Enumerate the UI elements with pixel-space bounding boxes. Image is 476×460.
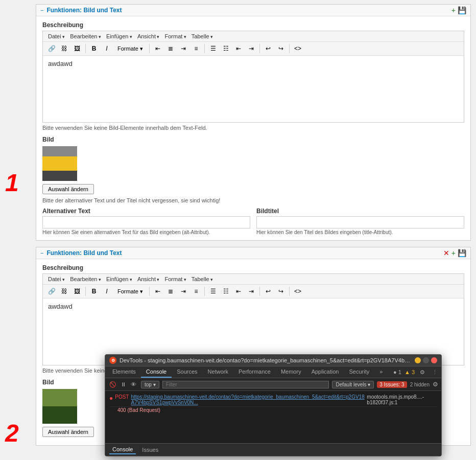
menu-datei-2[interactable]: Datei	[46, 275, 67, 283]
toolbar-ol-2[interactable]: ☷	[220, 286, 231, 296]
section-1-save-icon[interactable]: 💾	[458, 7, 466, 14]
alt-text-hint-1: Hier können Sie einen alternativen Text …	[42, 229, 250, 235]
devtools-close[interactable]	[431, 357, 437, 363]
tab-memory[interactable]: Memory	[276, 366, 306, 378]
tab-more[interactable]: »	[374, 366, 388, 378]
menu-einfuegen-1[interactable]: Einfügen	[104, 33, 134, 40]
toolbar-redo-2[interactable]: ↪	[275, 286, 287, 296]
more-btn[interactable]: ⋮	[430, 367, 439, 377]
sep-6	[85, 287, 86, 296]
toolbar-unlink-1[interactable]: ⛓	[59, 43, 70, 54]
toolbar-formate-1[interactable]: Formate ▾	[114, 43, 147, 54]
toolbar-undo-2[interactable]: ↩	[263, 286, 274, 296]
error-method: POST	[115, 394, 129, 400]
settings-btn[interactable]: ⚙	[418, 367, 427, 377]
toolbar-justify-2[interactable]: ≡	[191, 286, 202, 296]
toolbar-unlink-2[interactable]: ⛓	[59, 286, 70, 296]
toolbar-bold-2[interactable]: B	[88, 286, 100, 296]
toolbar-image-1[interactable]: 🖼	[72, 43, 83, 54]
menu-tabelle-2[interactable]: Tabelle	[189, 275, 215, 283]
section-2-save-icon[interactable]: 💾	[458, 249, 466, 257]
sep-8	[204, 287, 205, 296]
menu-tabelle-1[interactable]: Tabelle	[189, 33, 215, 40]
toolbar-redo-1[interactable]: ↪	[275, 43, 287, 54]
bild-titel-label-1: Bildtitel	[256, 208, 464, 215]
toolbar-image-2[interactable]: 🖼	[72, 286, 83, 296]
toolbar-source-1[interactable]: <>	[292, 43, 303, 54]
editor-2-toolbar: 🔗 ⛓ 🖼 B I Formate ▾ ⇤ ≣ ⇥ ≡ ☰ ☷ ⇤ ⇥	[43, 285, 464, 298]
menu-datei-1[interactable]: Datei	[46, 33, 67, 40]
toolbar-ul-1[interactable]: ☰	[207, 43, 219, 54]
tab-application[interactable]: Application	[306, 366, 344, 378]
bild-titel-input-1[interactable]	[256, 216, 464, 228]
clear-console-btn[interactable]: 🚫	[108, 380, 117, 389]
menu-ansicht-1[interactable]: Ansicht	[135, 33, 162, 40]
bild-titel-hint-1: Hier können Sie den Titel des Bildes ein…	[256, 229, 464, 235]
toolbar-align-right-2[interactable]: ⇥	[178, 286, 189, 296]
section-2-add-icon[interactable]: +	[451, 249, 456, 257]
editor-2: Datei Bearbeiten Einfügen Ansicht Format…	[42, 273, 464, 365]
toolbar-bold-1[interactable]: B	[88, 43, 100, 54]
toolbar-align-left-1[interactable]: ⇤	[152, 43, 163, 54]
beschreibung-label-1: Beschreibung	[42, 21, 464, 29]
devtools-content[interactable]: ● POST https://staging.baumaschinen-veit…	[105, 391, 441, 444]
alt-text-input-1[interactable]	[42, 216, 250, 228]
toolbar-ul-2[interactable]: ☰	[207, 286, 219, 296]
toolbar-indent-2[interactable]: ⇥	[246, 286, 257, 296]
menu-ansicht-2[interactable]: Ansicht	[135, 275, 162, 283]
bottom-tab-console[interactable]: Console	[109, 445, 136, 454]
toolbar-undo-1[interactable]: ↩	[263, 43, 274, 54]
menu-einfuegen-2[interactable]: Einfügen	[104, 275, 134, 283]
toolbar-italic-2[interactable]: I	[101, 286, 112, 296]
error-detail: 400 (Bad Request)	[117, 407, 437, 413]
error-status-part: mootools.min.js.mpo8....-b1820f37.js:1	[367, 394, 435, 405]
toolbar-link-1[interactable]: 🔗	[46, 43, 57, 54]
sep-5	[289, 44, 290, 53]
toolbar-source-2[interactable]: <>	[292, 286, 303, 296]
tab-security[interactable]: Security	[344, 366, 374, 378]
menu-format-2[interactable]: Format	[162, 275, 188, 283]
toolbar-indent-1[interactable]: ⇥	[246, 43, 257, 54]
toolbar-align-center-1[interactable]: ≣	[165, 43, 176, 54]
toolbar-align-center-2[interactable]: ≣	[165, 286, 176, 296]
console-error-line: ● POST https://staging.baumaschinen-veit…	[109, 393, 437, 407]
toolbar-outdent-1[interactable]: ⇤	[233, 43, 244, 54]
menu-format-1[interactable]: Format	[162, 33, 188, 40]
devtools-tab-icons: ● 1 ▲ 3 ⚙ ⋮	[393, 367, 439, 377]
issues-settings[interactable]: ⚙	[433, 381, 438, 388]
devtools-maximize[interactable]	[423, 357, 429, 363]
section-2-collapse-icon[interactable]: −	[40, 250, 43, 256]
sep-2	[149, 44, 150, 53]
pause-btn[interactable]: ⏸	[118, 380, 128, 389]
section-2-delete-icon[interactable]: ✕	[443, 249, 449, 257]
tab-elements[interactable]: Elements	[107, 366, 141, 378]
editor-1-content[interactable]: awdawd	[43, 56, 464, 122]
tab-sources[interactable]: Sources	[172, 366, 202, 378]
top-label[interactable]: top ▾	[141, 381, 159, 388]
toolbar-italic-1[interactable]: I	[101, 43, 112, 54]
section-1-collapse-icon[interactable]: −	[40, 7, 43, 13]
tab-performance[interactable]: Performance	[233, 366, 276, 378]
filter-input[interactable]	[162, 381, 329, 388]
menu-bearbeiten-2[interactable]: Bearbeiten	[68, 275, 103, 283]
default-levels[interactable]: Default levels ▾	[332, 381, 374, 388]
toolbar-link-2[interactable]: 🔗	[46, 286, 57, 296]
toolbar-justify-1[interactable]: ≡	[191, 43, 202, 54]
tab-console[interactable]: Console	[141, 366, 172, 378]
devtools-titlebar: ⚙ DevTools - staging.baumaschinen-veit.d…	[105, 355, 441, 366]
menu-bearbeiten-1[interactable]: Bearbeiten	[68, 33, 103, 40]
toolbar-align-left-2[interactable]: ⇤	[152, 286, 163, 296]
devtools-minimize[interactable]	[415, 357, 421, 363]
section-1-add-icon[interactable]: +	[451, 7, 456, 14]
toolbar-formate-2[interactable]: Formate ▾	[114, 286, 147, 296]
error-url[interactable]: https://staging.baumaschinen-veit.de/con…	[131, 394, 365, 405]
auswahl-btn-1[interactable]: Auswahl ändern	[42, 184, 94, 194]
toolbar-align-right-1[interactable]: ⇥	[178, 43, 189, 54]
editor-1-toolbar: 🔗 ⛓ 🖼 B I Formate ▾ ⇤ ≣ ⇥ ≡ ☰ ☷ ⇤ ⇥	[43, 42, 464, 56]
tab-network[interactable]: Network	[203, 366, 233, 378]
bottom-tab-issues[interactable]: Issues	[139, 446, 161, 454]
auswahl-btn-2[interactable]: Auswahl ändern	[42, 427, 94, 437]
toolbar-ol-1[interactable]: ☷	[220, 43, 231, 54]
toolbar-outdent-2[interactable]: ⇤	[233, 286, 244, 296]
eye-btn[interactable]: 👁	[129, 380, 138, 389]
